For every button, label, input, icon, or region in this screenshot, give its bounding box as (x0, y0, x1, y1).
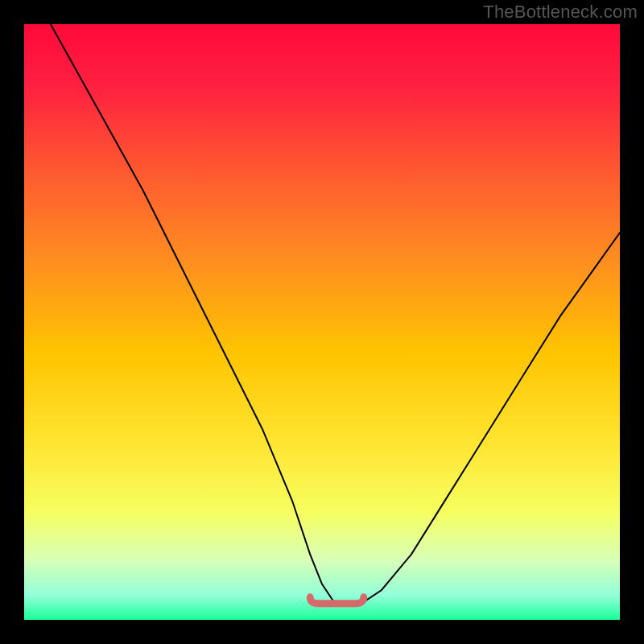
watermark-text: TheBottleneck.com (483, 2, 638, 23)
outer-frame: TheBottleneck.com (0, 0, 644, 644)
gradient-background (24, 24, 620, 620)
plot-area (24, 24, 620, 620)
bottleneck-chart (24, 24, 620, 620)
